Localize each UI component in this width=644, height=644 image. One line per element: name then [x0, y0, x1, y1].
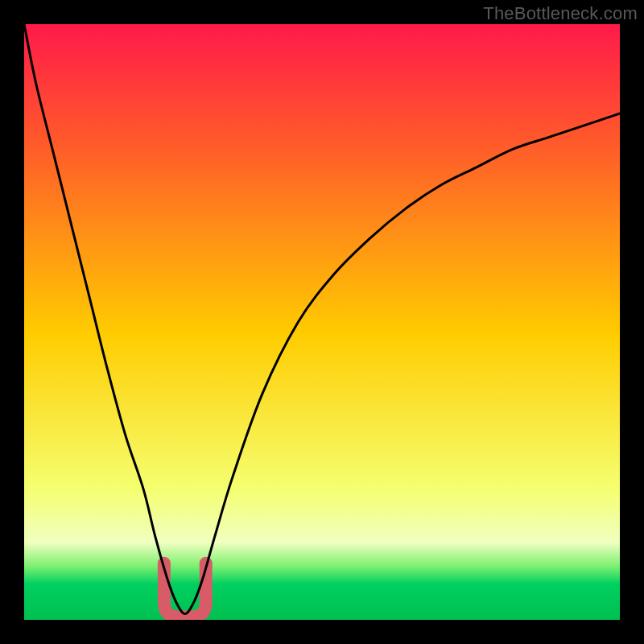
gradient-rect	[24, 24, 620, 620]
watermark-text: TheBottleneck.com	[483, 3, 638, 24]
bottleneck-chart	[24, 24, 620, 620]
